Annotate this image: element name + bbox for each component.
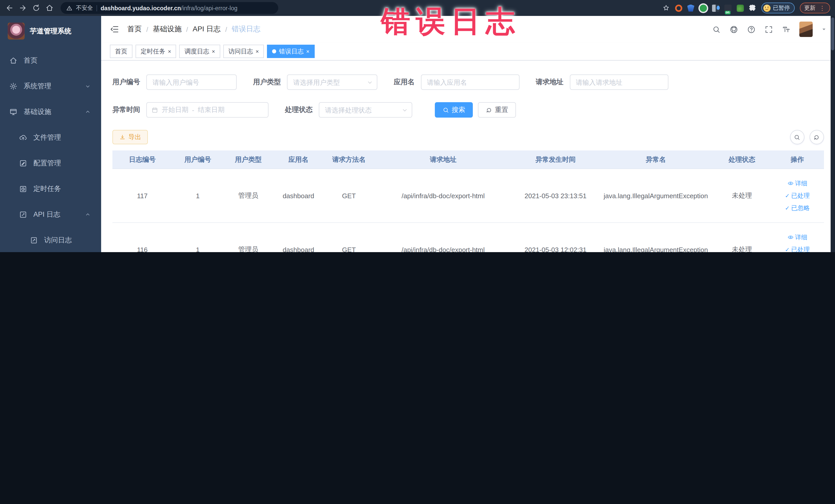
view-tab-0[interactable]: 首页 × xyxy=(110,45,133,58)
date-range-picker[interactable]: 开始日期 - 结束日期 xyxy=(146,102,268,118)
request-url-input[interactable] xyxy=(570,75,668,90)
view-tab-3[interactable]: 访问日志 × xyxy=(223,45,264,58)
browser-actions: 已暂停 更新 ⋮ xyxy=(662,3,830,13)
sidebar-menu: 首页 系统管理 基础设施 文件管理 配置管理 定时任务 API 日志 访问日志 … xyxy=(0,48,101,252)
filter-user-type: 用户类型 xyxy=(253,75,377,90)
column-header: 应用名 xyxy=(273,155,324,164)
start-date-placeholder[interactable]: 开始日期 xyxy=(162,105,188,115)
close-icon[interactable]: × xyxy=(306,48,309,54)
sidebar-item-1[interactable]: 系统管理 xyxy=(0,74,101,99)
process-status-select-input[interactable] xyxy=(319,102,412,118)
white-puzzle-extension-icon[interactable] xyxy=(749,4,756,12)
column-header: 用户编号 xyxy=(172,155,224,164)
help-icon[interactable] xyxy=(747,25,755,34)
mark-processed-link[interactable]: ✓ 已处理 xyxy=(785,245,810,252)
column-header: 异常发生时间 xyxy=(512,155,599,164)
close-icon[interactable]: × xyxy=(168,48,171,54)
config-edit-icon xyxy=(19,159,27,167)
search-icon xyxy=(443,106,449,113)
fullscreen-icon[interactable] xyxy=(764,25,773,34)
chevron-down-icon xyxy=(85,83,91,89)
right-toolbar xyxy=(790,130,824,144)
mark-processed-link[interactable]: ✓ 已处理 xyxy=(785,191,810,200)
back-arrow-icon[interactable] xyxy=(5,4,14,12)
scheduled-task-icon xyxy=(19,185,27,193)
process-status-select[interactable] xyxy=(319,102,412,118)
forward-arrow-icon[interactable] xyxy=(19,4,27,12)
search-button[interactable]: 搜索 xyxy=(435,102,473,118)
breadcrumb-item[interactable]: API 日志 xyxy=(193,25,221,34)
cell-request-url: /api/infra/db-doc/export-html xyxy=(374,192,512,200)
detail-link[interactable]: 详细 xyxy=(787,179,807,188)
refresh-icon xyxy=(486,106,492,113)
user-type-select[interactable] xyxy=(287,75,377,90)
sidebar-item-4[interactable]: 配置管理 xyxy=(0,150,101,176)
address-bar[interactable]: 不安全 dashboard.yudao.iocoder.cn/infra/log… xyxy=(61,2,278,14)
mark-ignored-link[interactable]: ✓ 已忽略 xyxy=(785,204,810,212)
page-scrollbar[interactable] xyxy=(830,16,835,252)
download-icon xyxy=(119,134,126,140)
end-date-placeholder[interactable]: 结束日期 xyxy=(198,105,225,115)
app-title: 芋道管理系统 xyxy=(30,26,72,36)
table-body: 117 1 管理员 dashboard GET /api/infra/db-do… xyxy=(113,169,824,252)
row-actions: 详细 ✓ 已处理 ✓ 已忽略 xyxy=(773,179,822,212)
refresh-table-button[interactable] xyxy=(809,130,824,144)
view-tab-2[interactable]: 调度日志 × xyxy=(179,45,220,58)
sidebar-item-5[interactable]: 定时任务 xyxy=(0,176,101,202)
user-id-input[interactable] xyxy=(146,75,237,90)
breadcrumb-item[interactable]: 首页 xyxy=(127,25,142,34)
hamburger-icon[interactable] xyxy=(110,25,119,34)
cell-exception-name: java.lang.IllegalArgumentException xyxy=(599,246,713,252)
sidebar-item-6[interactable]: API 日志 xyxy=(0,202,101,227)
app-name-input[interactable] xyxy=(421,75,519,90)
sidebar-logo-row[interactable]: 芋道管理系统 xyxy=(0,16,101,45)
toggle-search-button[interactable] xyxy=(790,130,804,144)
on-badge-extension-icon[interactable] xyxy=(724,4,731,12)
cell-log-id: 116 xyxy=(113,246,172,252)
green-leaf-extension-icon[interactable] xyxy=(736,4,744,12)
request-url-label: 请求地址 xyxy=(536,78,564,87)
address-divider xyxy=(97,5,97,11)
close-icon[interactable]: × xyxy=(256,48,259,54)
close-icon[interactable]: × xyxy=(212,48,215,54)
font-size-icon[interactable] xyxy=(781,25,790,34)
security-label[interactable]: 不安全 xyxy=(76,4,93,12)
home-icon[interactable] xyxy=(45,4,54,12)
range-separator: - xyxy=(192,106,194,114)
cell-method: GET xyxy=(324,246,374,252)
main-area: 首页/基础设施/API 日志/错误日志 首页 × 定时任务 × 调度日志 × xyxy=(101,16,835,252)
blue-shield-extension-icon[interactable] xyxy=(687,4,694,12)
sidebar-item-7[interactable]: 访问日志 xyxy=(0,227,101,252)
update-button[interactable]: 更新 ⋮ xyxy=(799,3,830,13)
reload-icon[interactable] xyxy=(32,4,41,12)
breadcrumb-item[interactable]: 基础设施 xyxy=(153,25,182,34)
cell-request-url: /api/infra/db-doc/export-html xyxy=(374,246,512,252)
chevron-up-icon xyxy=(85,109,91,115)
export-button[interactable]: 导出 xyxy=(113,130,148,144)
sidebar-item-0[interactable]: 首页 xyxy=(0,48,101,74)
github-icon[interactable] xyxy=(729,25,738,34)
bookmark-star-icon[interactable] xyxy=(662,4,670,12)
cell-user-id: 1 xyxy=(172,246,224,252)
user-avatar[interactable] xyxy=(799,22,812,37)
url-text[interactable]: dashboard.yudao.iocoder.cn/infra/log/api… xyxy=(101,5,238,11)
green-circle-extension-icon[interactable] xyxy=(699,4,707,12)
orange-ring-extension-icon[interactable] xyxy=(675,4,682,12)
search-icon[interactable] xyxy=(712,25,720,34)
user-type-select-input[interactable] xyxy=(287,75,377,90)
sidebar-item-2[interactable]: 基础设施 xyxy=(0,99,101,125)
detail-link[interactable]: 详细 xyxy=(787,233,807,242)
caret-down-icon[interactable] xyxy=(821,27,826,32)
kebab-menu-icon[interactable]: ⋮ xyxy=(819,5,825,11)
grid-blue-extension-icon[interactable] xyxy=(712,4,719,12)
paused-badge[interactable]: 已暂停 xyxy=(761,3,794,13)
content-area: 用户编号 用户类型 应用名 请求 xyxy=(101,61,835,252)
view-tab-4[interactable]: 错误日志 × xyxy=(267,45,315,58)
breadcrumb: 首页/基础设施/API 日志/错误日志 xyxy=(127,25,261,34)
scrollbar-thumb[interactable] xyxy=(831,18,834,50)
sidebar-item-3[interactable]: 文件管理 xyxy=(0,125,101,150)
view-tab-1[interactable]: 定时任务 × xyxy=(136,45,176,58)
column-header: 处理状态 xyxy=(713,155,771,164)
breadcrumb-separator: / xyxy=(146,25,148,33)
reset-button[interactable]: 重置 xyxy=(478,102,516,118)
